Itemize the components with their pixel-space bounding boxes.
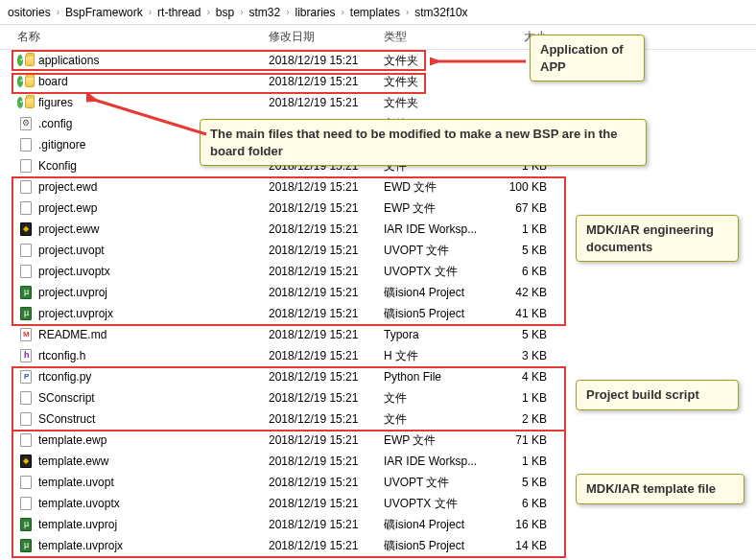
cell-type: 礦ision5 Project — [384, 538, 499, 554]
py-file-icon — [20, 370, 32, 384]
cell-name[interactable]: project.uvprojx — [0, 306, 269, 321]
file-name: project.uvproj — [38, 286, 107, 299]
file-row[interactable]: project.uvproj2018/12/19 15:21礦ision4 Pr… — [0, 282, 756, 303]
cell-name[interactable]: project.uvoptx — [0, 264, 269, 279]
cell-type: 文件夹 — [384, 95, 499, 111]
green-file-icon — [20, 539, 32, 552]
file-file-icon — [20, 412, 32, 426]
cell-size: 1 KB — [499, 391, 566, 405]
cell-type: UVOPT 文件 — [384, 475, 499, 491]
folder-icon — [25, 55, 35, 66]
file-row[interactable]: template.ewp2018/12/19 15:21EWP 文件71 KB — [0, 430, 756, 451]
file-row[interactable]: project.ewd2018/12/19 15:21EWD 文件100 KB — [0, 176, 756, 198]
cell-date: 2018/12/19 15:21 — [269, 244, 384, 257]
cell-type: UVOPTX 文件 — [384, 496, 499, 512]
file-name: project.ewp — [38, 201, 97, 215]
cell-type: 文件夹 — [384, 74, 499, 90]
cell-date: 2018/12/19 15:21 — [269, 286, 384, 299]
breadcrumb[interactable]: ositories›BspFramework›rt-thread›bsp›stm… — [0, 0, 756, 25]
file-row[interactable]: template.uvprojx2018/12/19 15:21礦ision5 … — [0, 535, 756, 556]
cell-date: 2018/12/19 15:21 — [269, 307, 384, 320]
status-check-icon — [17, 76, 23, 87]
file-file-icon — [20, 265, 32, 278]
cell-name[interactable]: template.uvprojx — [0, 538, 269, 553]
cell-name[interactable]: project.uvproj — [0, 285, 269, 300]
cell-type: UVOPT 文件 — [384, 243, 499, 259]
cell-name[interactable]: rtconfig.py — [0, 369, 269, 385]
cell-name[interactable]: template.uvproj — [0, 517, 269, 532]
cell-size: 5 KB — [499, 244, 566, 257]
file-row[interactable]: figures2018/12/19 15:21文件夹 — [0, 92, 756, 113]
cell-date: 2018/12/19 15:21 — [269, 518, 384, 531]
file-name: project.eww — [38, 222, 99, 236]
file-file-icon — [20, 391, 32, 405]
breadcrumb-item[interactable]: BspFramework — [63, 6, 145, 19]
green-file-icon — [20, 518, 32, 531]
cell-name[interactable]: template.uvoptx — [0, 496, 269, 511]
folder-icon — [25, 97, 35, 108]
breadcrumb-item[interactable]: bsp — [214, 6, 236, 19]
cell-name[interactable]: project.ewp — [0, 200, 269, 216]
file-file-icon — [20, 138, 32, 152]
chevron-right-icon: › — [338, 7, 348, 17]
cell-size: 41 KB — [499, 307, 566, 320]
header-name[interactable]: 名称 — [0, 29, 269, 45]
file-name: template.uvprojx — [38, 539, 123, 552]
file-row[interactable]: project.uvoptx2018/12/19 15:21UVOPTX 文件6… — [0, 261, 756, 282]
cell-type: H 文件 — [384, 348, 499, 364]
cell-date: 2018/12/19 15:21 — [269, 75, 384, 88]
cell-date: 2018/12/19 15:21 — [269, 54, 384, 67]
breadcrumb-item[interactable]: stm32 — [247, 6, 282, 19]
file-row[interactable]: template.uvproj2018/12/19 15:21礦ision4 P… — [0, 514, 756, 535]
cell-name[interactable]: applications — [0, 53, 269, 68]
cell-size: 5 KB — [499, 328, 566, 341]
cell-name[interactable]: board — [0, 74, 269, 89]
cell-name[interactable]: README.md — [0, 327, 269, 342]
breadcrumb-item[interactable]: templates — [348, 6, 402, 19]
file-name: board — [38, 75, 68, 88]
breadcrumb-item[interactable]: ositories — [6, 6, 53, 19]
cell-name[interactable]: template.ewp — [0, 432, 269, 448]
file-row[interactable]: rtconfig.h2018/12/19 15:21H 文件3 KB — [0, 345, 756, 366]
cell-name[interactable]: project.ewd — [0, 179, 269, 195]
chevron-right-icon: › — [145, 7, 155, 17]
cell-size: 4 KB — [499, 370, 566, 384]
header-type[interactable]: 类型 — [384, 29, 499, 45]
cell-name[interactable]: project.eww — [0, 222, 269, 237]
breadcrumb-item[interactable]: stm32f10x — [413, 6, 469, 19]
cell-name[interactable]: template.eww — [0, 454, 269, 469]
chevron-right-icon: › — [236, 7, 247, 17]
cell-name[interactable]: SConstruct — [0, 411, 269, 427]
cell-size: 42 KB — [499, 286, 566, 299]
chevron-right-icon: › — [202, 7, 213, 17]
callout-template: MDK/IAR template file — [576, 474, 744, 504]
cell-name[interactable]: rtconfig.h — [0, 348, 269, 363]
file-row[interactable]: README.md2018/12/19 15:21Typora5 KB — [0, 324, 756, 345]
cell-date: 2018/12/19 15:21 — [269, 476, 384, 489]
cell-type: IAR IDE Worksp... — [384, 455, 499, 468]
cell-name[interactable]: template.uvopt — [0, 475, 269, 490]
breadcrumb-item[interactable]: rt-thread — [155, 6, 202, 19]
green-file-icon — [20, 307, 32, 320]
header-date[interactable]: 修改日期 — [269, 29, 384, 45]
file-row[interactable]: project.uvprojx2018/12/19 15:21礦ision5 P… — [0, 303, 756, 324]
cell-type: 礦ision4 Project — [384, 285, 499, 301]
cell-type: EWP 文件 — [384, 432, 499, 449]
cell-size: 5 KB — [499, 476, 566, 489]
cell-name[interactable]: project.uvopt — [0, 243, 269, 258]
file-file-icon — [20, 497, 32, 510]
file-name: template.uvopt — [38, 476, 114, 489]
cell-date: 2018/12/19 15:21 — [269, 349, 384, 362]
file-file-icon — [20, 244, 32, 257]
chevron-right-icon: › — [402, 7, 413, 17]
dark-file-icon — [20, 455, 32, 468]
file-row[interactable]: SConstruct2018/12/19 15:21文件2 KB — [0, 408, 756, 430]
file-name: SConstruct — [38, 412, 95, 426]
cell-date: 2018/12/19 15:21 — [269, 433, 384, 447]
cell-type: IAR IDE Worksp... — [384, 222, 499, 236]
cell-name[interactable]: figures — [0, 95, 269, 110]
cell-name[interactable]: SConscript — [0, 390, 269, 406]
breadcrumb-item[interactable]: libraries — [294, 6, 338, 19]
file-row[interactable]: template.eww2018/12/19 15:21IAR IDE Work… — [0, 451, 756, 472]
file-name: .gitignore — [38, 138, 85, 152]
